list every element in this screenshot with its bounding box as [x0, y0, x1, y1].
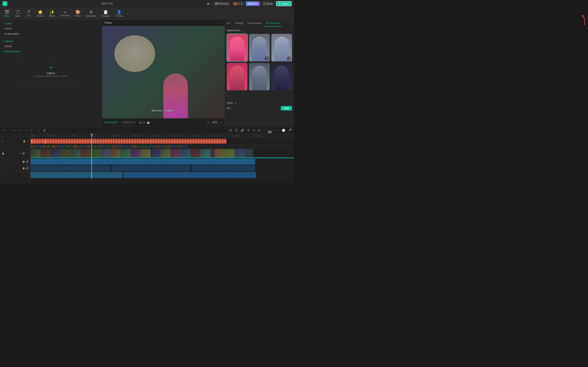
text-item[interactable]: A [213, 139, 216, 144]
undo-button[interactable]: ↩ [12, 128, 17, 132]
nav-brand-assets-group[interactable]: ▶ Brand assets [2, 49, 100, 54]
text-item[interactable]: A [142, 139, 144, 144]
nav-spaces-group[interactable]: ▶ Spaces [2, 39, 100, 43]
text-item[interactable]: A [52, 139, 55, 144]
text-item[interactable]: A [47, 139, 49, 144]
edit-icon[interactable]: ✏ [27, 152, 29, 155]
text-item[interactable]: A [71, 139, 73, 144]
tool-adjustment[interactable]: ⚙ Adjustment [84, 9, 98, 18]
text-item[interactable]: A [89, 139, 92, 144]
audio-vol-icon[interactable]: 🔊 [26, 160, 29, 163]
text-item[interactable]: A [36, 139, 38, 144]
audio-icon-2[interactable]: 🔊 [22, 152, 25, 155]
zoom-out-icon[interactable]: − [263, 128, 266, 132]
tab-tracking[interactable]: Tracking [233, 20, 245, 27]
join-pro-button[interactable]: Join Pro [246, 1, 260, 6]
tab-ai-characters[interactable]: AI Characters [264, 20, 282, 27]
tab-collapse-button[interactable]: ‹ [290, 20, 294, 27]
shortcut-button[interactable]: ⌨ Shortcut [213, 1, 230, 6]
grid2-icon[interactable]: ⊞ [143, 121, 145, 124]
char-card-3[interactable]: ⬇ [271, 34, 292, 61]
text-item[interactable]: A [41, 139, 44, 144]
grid-icon[interactable]: ▦ [139, 121, 142, 124]
export-button[interactable]: ⬇ Export [276, 1, 292, 6]
text-item[interactable]: A [176, 139, 179, 144]
text-item[interactable]: A [219, 139, 221, 144]
tl-icon-4[interactable]: ⊞ [257, 128, 261, 132]
voice-add-button[interactable]: Add [281, 106, 292, 110]
text-item[interactable]: A [66, 139, 68, 144]
player-menu-icon[interactable]: ⋯ [220, 21, 222, 24]
voice-all-button[interactable]: All ≡ [227, 107, 232, 110]
lock-icon-4[interactable]: 🔒 [22, 167, 25, 169]
text-item[interactable]: A [198, 139, 200, 144]
trim-start-button[interactable]: ⊢ [30, 128, 35, 132]
trim-end-button[interactable]: ⊣ [36, 128, 41, 132]
tl-icon-1[interactable]: ⬛ [228, 128, 233, 132]
show-more-button[interactable]: ⌄ [227, 92, 292, 97]
text-item[interactable]: A [107, 139, 110, 144]
text-item[interactable]: A [76, 139, 79, 144]
text-item[interactable]: A [110, 139, 112, 144]
text-item[interactable]: A [165, 139, 168, 144]
text-item[interactable]: A [211, 139, 213, 144]
text-item[interactable]: A [50, 139, 52, 144]
text-item[interactable]: A [216, 139, 218, 144]
text-item[interactable]: A [104, 139, 107, 144]
nav-local-group[interactable]: ▼ Local [2, 21, 100, 26]
text-item[interactable]: A [60, 139, 63, 144]
nav-import[interactable]: Import [2, 26, 100, 31]
text-item[interactable]: A [192, 139, 195, 144]
text-item[interactable]: A [221, 139, 224, 144]
nav-ai-generated[interactable]: AI generated [2, 31, 100, 36]
text-item[interactable]: A [144, 139, 147, 144]
text-item[interactable]: A [112, 139, 115, 144]
text-item[interactable]: A [55, 139, 57, 144]
text-item[interactable]: A [33, 139, 36, 144]
text-item[interactable]: A [160, 139, 163, 144]
char-card-4[interactable] [227, 63, 247, 91]
text-item[interactable]: A [87, 139, 89, 144]
char-card-1[interactable] [227, 34, 247, 61]
text-item[interactable]: A [150, 139, 152, 144]
text-item[interactable]: A [152, 139, 155, 144]
voice-header[interactable]: Voice ▲ [227, 101, 292, 104]
fullscreen-icon[interactable]: ⤢ [220, 121, 222, 124]
text-item[interactable]: A [205, 139, 208, 144]
loop-icon[interactable]: ↻ [2, 160, 3, 163]
audio-vol-icon-2[interactable]: 🔊 [26, 167, 29, 169]
lock-icon-2[interactable]: 🔒 [2, 152, 4, 155]
text-item[interactable]: A [134, 139, 136, 144]
text-item[interactable]: A [184, 139, 187, 144]
text-item[interactable]: A [158, 139, 160, 144]
text-item[interactable]: A [173, 139, 176, 144]
text-item[interactable]: A [200, 139, 203, 144]
text-item[interactable]: A [118, 139, 120, 144]
tl-time-icon[interactable]: 🕐 [281, 128, 286, 132]
text-item[interactable]: A [224, 139, 226, 144]
tool-filters[interactable]: 🎨 Filters [73, 9, 83, 18]
audio-sub-item-3[interactable] [192, 165, 255, 171]
audio-waveform-3-right[interactable] [123, 172, 256, 178]
text-item[interactable]: A [102, 139, 104, 144]
tool-stickers[interactable]: ⭐ Stickers [35, 9, 46, 18]
text-item[interactable]: A [121, 139, 123, 144]
share-button[interactable]: ⬆ Share [261, 1, 274, 6]
text-item[interactable]: A [155, 139, 157, 144]
split-button[interactable]: ⌇ [25, 128, 28, 132]
tl-unlink-icon[interactable]: ⛓ [246, 128, 251, 132]
tl-icon-3[interactable]: ⊟ [252, 128, 256, 132]
text-item[interactable]: A [190, 139, 192, 144]
lock-icon-3[interactable]: 🔒 [22, 160, 25, 163]
text-item[interactable]: A [84, 139, 86, 144]
redo-button[interactable]: ↪ [18, 128, 23, 132]
text-item[interactable]: A [163, 139, 165, 144]
text-item[interactable]: A [182, 139, 184, 144]
eye-icon-2[interactable]: 👁 [19, 152, 21, 155]
lock-icon[interactable]: 🔒 [23, 140, 26, 142]
tl-icon-2[interactable]: ⬛ [234, 128, 239, 132]
char-download-3[interactable]: ⬇ [287, 57, 291, 60]
appearance-header[interactable]: Appearance ▲ [227, 29, 292, 32]
mic-button[interactable]: 🎤 [287, 128, 292, 132]
text-item[interactable]: A [131, 139, 134, 144]
